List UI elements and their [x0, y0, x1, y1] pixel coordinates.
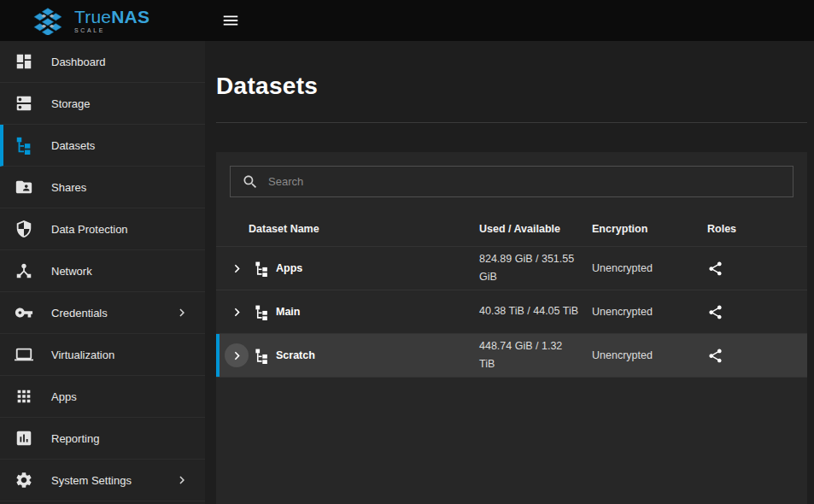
- encryption-cell: Unencrypted: [592, 306, 707, 318]
- dataset-name-cell: Apps: [216, 256, 479, 280]
- share-icon[interactable]: [707, 347, 724, 364]
- sidebar-item-label: Credentials: [51, 307, 108, 319]
- table-row-main[interactable]: Main 40.38 TiB / 44.05 TiB Unencrypted: [216, 290, 807, 334]
- roles-cell: [707, 303, 807, 320]
- truenas-app-window: TrueNAS SCALE Dashboard Storage Datasets…: [0, 0, 814, 504]
- column-header-dataset-name[interactable]: Dataset Name: [216, 223, 479, 235]
- search-icon: [242, 173, 259, 190]
- network-hub-icon: [14, 261, 33, 281]
- truenas-wordmark: TrueNAS SCALE: [74, 8, 149, 33]
- dashboard-icon: [14, 52, 33, 72]
- sidebar-item-label: System Settings: [51, 474, 132, 487]
- sidebar-item-label: Shares: [51, 181, 86, 194]
- dataset-name-cell: Main: [216, 300, 479, 324]
- sidebar-item-label: Reporting: [51, 432, 99, 445]
- sidebar-item-network[interactable]: Network: [0, 250, 205, 292]
- sidebar-item-storage[interactable]: Storage: [0, 83, 205, 125]
- sidebar-item-apps[interactable]: Apps: [0, 376, 205, 418]
- dataset-tree-icon: [254, 304, 270, 320]
- sidebar-item-label: Network: [51, 265, 92, 278]
- sidebar-item-label: Storage: [51, 97, 91, 110]
- expand-row-icon[interactable]: [225, 300, 249, 324]
- table-row-scratch[interactable]: Scratch 448.74 GiB / 1.32 TiB Unencrypte…: [216, 334, 807, 378]
- shield-icon: [14, 220, 33, 239]
- roles-cell: [707, 260, 807, 277]
- computer-icon: [14, 345, 33, 365]
- chevron-right-icon: [174, 472, 190, 488]
- table-header: Dataset Name Used / Available Encryption…: [216, 211, 807, 247]
- column-header-encryption[interactable]: Encryption: [592, 223, 707, 235]
- shares-folder-icon: [14, 178, 33, 197]
- sidebar-item-system-settings[interactable]: System Settings: [0, 460, 205, 501]
- main-content: Datasets Dataset Name Used / Available E…: [205, 41, 814, 504]
- topbar: TrueNAS SCALE: [0, 0, 814, 41]
- sidebar-item-label: Apps: [51, 390, 77, 403]
- truenas-logo[interactable]: TrueNAS SCALE: [0, 6, 205, 35]
- sidebar-item-label: Dashboard: [51, 56, 106, 68]
- table-row-apps[interactable]: Apps 824.89 GiB / 351.55 GiB Unencrypted: [216, 247, 807, 290]
- datasets-panel: Dataset Name Used / Available Encryption…: [216, 152, 807, 504]
- expand-row-icon[interactable]: [225, 343, 249, 367]
- gear-icon: [14, 471, 33, 490]
- column-header-roles[interactable]: Roles: [707, 223, 807, 235]
- share-icon[interactable]: [707, 303, 724, 320]
- search-box[interactable]: [230, 166, 794, 197]
- truenas-scale-subtitle: SCALE: [74, 27, 149, 33]
- sidebar-nav: Dashboard Storage Datasets Shares Data P…: [0, 41, 205, 504]
- sidebar-item-datasets[interactable]: Datasets: [0, 125, 205, 167]
- apps-grid-icon: [14, 387, 33, 407]
- storage-icon: [14, 94, 33, 114]
- page-title: Datasets: [216, 73, 814, 100]
- truenas-logo-icon: [29, 6, 67, 35]
- title-divider: [216, 122, 807, 123]
- sidebar-item-label: Virtualization: [51, 349, 114, 361]
- sidebar-item-label: Data Protection: [51, 223, 128, 236]
- share-icon[interactable]: [707, 260, 724, 277]
- used-available-cell: 40.38 TiB / 44.05 TiB: [479, 302, 592, 321]
- encryption-cell: Unencrypted: [592, 262, 707, 274]
- dataset-tree-icon: [254, 348, 270, 364]
- column-header-used-available[interactable]: Used / Available: [479, 223, 592, 235]
- dataset-name-cell: Scratch: [216, 343, 479, 367]
- datasets-icon: [14, 136, 33, 155]
- sidebar-item-data-protection[interactable]: Data Protection: [0, 208, 205, 250]
- sidebar-item-virtualization[interactable]: Virtualization: [0, 334, 205, 376]
- sidebar-item-shares[interactable]: Shares: [0, 167, 205, 208]
- search-input[interactable]: [268, 175, 782, 188]
- sidebar-item-reporting[interactable]: Reporting: [0, 418, 205, 460]
- dataset-name: Main: [276, 306, 300, 318]
- hamburger-menu-icon[interactable]: [220, 9, 242, 32]
- bar-chart-icon: [14, 429, 33, 448]
- key-icon: [14, 303, 33, 323]
- chevron-right-icon: [174, 305, 190, 320]
- truenas-name: TrueNAS: [74, 8, 149, 26]
- encryption-cell: Unencrypted: [592, 349, 707, 361]
- dataset-name: Scratch: [276, 349, 315, 361]
- sidebar-item-credentials[interactable]: Credentials: [0, 292, 205, 334]
- used-available-cell: 824.89 GiB / 351.55 GiB: [479, 250, 592, 287]
- expand-row-icon[interactable]: [225, 256, 249, 280]
- roles-cell: [707, 347, 807, 364]
- dataset-name: Apps: [276, 262, 302, 274]
- table-body: Apps 824.89 GiB / 351.55 GiB Unencrypted…: [216, 247, 807, 378]
- sidebar-item-dashboard[interactable]: Dashboard: [0, 41, 205, 83]
- used-available-cell: 448.74 GiB / 1.32 TiB: [479, 337, 592, 374]
- dataset-tree-icon: [254, 261, 270, 277]
- sidebar-item-label: Datasets: [51, 139, 95, 152]
